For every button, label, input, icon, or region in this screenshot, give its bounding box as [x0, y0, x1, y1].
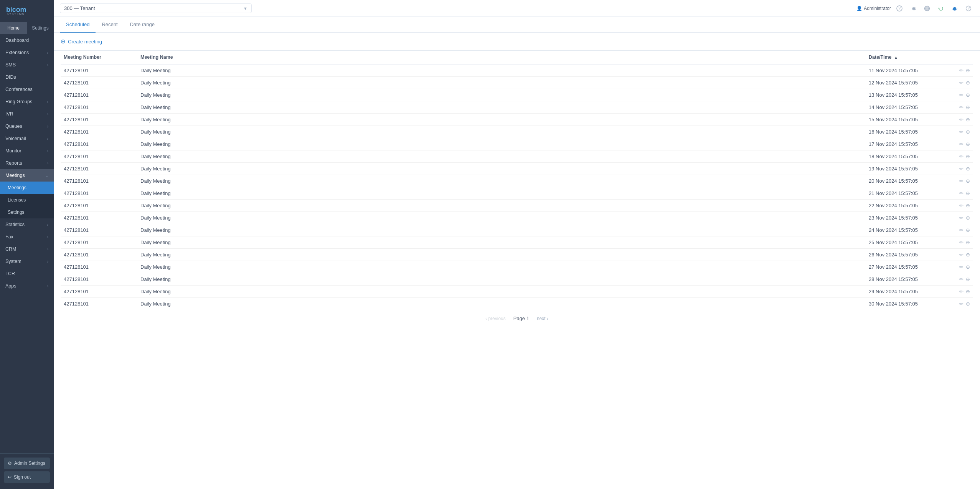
- delete-icon[interactable]: ⊖: [966, 264, 970, 270]
- delete-icon[interactable]: ⊖: [966, 301, 970, 307]
- edit-icon[interactable]: ✏: [959, 80, 964, 86]
- edit-icon[interactable]: ✏: [959, 227, 964, 233]
- pagination: ‹ previous Page 1 next ›: [54, 310, 980, 327]
- delete-icon[interactable]: ⊖: [966, 276, 970, 282]
- create-meeting-button[interactable]: ⊕ Create meeting: [61, 38, 102, 45]
- edit-icon[interactable]: ✏: [959, 276, 964, 282]
- refresh-blue-icon-btn[interactable]: [949, 3, 960, 14]
- sidebar-item-meetings-sub[interactable]: Meetings: [0, 182, 54, 194]
- cell-meeting-name: Daily Meeting: [137, 236, 866, 249]
- sidebar-item-meetings[interactable]: Meetings⌄: [0, 169, 54, 182]
- sidebar-item-extensions[interactable]: Extensions›: [0, 46, 54, 59]
- delete-icon[interactable]: ⊖: [966, 252, 970, 258]
- sidebar-item-monitor[interactable]: Monitor›: [0, 145, 54, 157]
- sidebar-item-system[interactable]: System›: [0, 255, 54, 268]
- delete-icon[interactable]: ⊖: [966, 203, 970, 208]
- sidebar-item-apps[interactable]: Apps›: [0, 280, 54, 292]
- edit-icon[interactable]: ✏: [959, 129, 964, 135]
- admin-settings-button[interactable]: ⚙ Admin Settings: [4, 458, 50, 469]
- sidebar-item-dids[interactable]: DIDs: [0, 71, 54, 83]
- cell-meeting-name: Daily Meeting: [137, 175, 866, 187]
- sidebar-item-statistics[interactable]: Statistics›: [0, 218, 54, 231]
- cell-meeting-number: 427128101: [61, 212, 137, 224]
- edit-icon[interactable]: ✏: [959, 166, 964, 172]
- cell-meeting-number: 427128101: [61, 187, 137, 200]
- col-header-datetime[interactable]: Date/Time ▲: [866, 51, 950, 64]
- tab-scheduled[interactable]: Scheduled: [60, 17, 96, 33]
- pagination-next[interactable]: next ›: [537, 316, 548, 321]
- delete-icon[interactable]: ⊖: [966, 240, 970, 245]
- tenant-selector[interactable]: 300 — Tenant ▼: [60, 3, 252, 13]
- tab-date-range[interactable]: Date range: [124, 17, 161, 33]
- delete-icon[interactable]: ⊖: [966, 104, 970, 110]
- tab-recent[interactable]: Recent: [96, 17, 124, 33]
- edit-icon[interactable]: ✏: [959, 215, 964, 221]
- sidebar-item-queues[interactable]: Queues›: [0, 120, 54, 132]
- delete-icon[interactable]: ⊖: [966, 141, 970, 147]
- delete-icon[interactable]: ⊖: [966, 117, 970, 122]
- table-row: 427128101 Daily Meeting 12 Nov 2024 15:5…: [61, 77, 973, 89]
- delete-icon[interactable]: ⊖: [966, 68, 970, 73]
- edit-icon[interactable]: ✏: [959, 240, 964, 245]
- sidebar-item-ring-groups[interactable]: Ring Groups›: [0, 96, 54, 108]
- cell-meeting-name: Daily Meeting: [137, 200, 866, 212]
- pagination-prev[interactable]: ‹ previous: [485, 316, 506, 321]
- delete-icon[interactable]: ⊖: [966, 190, 970, 196]
- delete-icon[interactable]: ⊖: [966, 154, 970, 159]
- globe-icon-btn[interactable]: [922, 3, 932, 14]
- sign-out-button[interactable]: ↩ Sign out: [4, 471, 50, 483]
- question-icon-btn[interactable]: ?: [963, 3, 974, 14]
- edit-icon[interactable]: ✏: [959, 289, 964, 294]
- delete-icon[interactable]: ⊖: [966, 129, 970, 135]
- sidebar-item-crm[interactable]: CRM›: [0, 243, 54, 255]
- sidebar-item-settings-sub[interactable]: Settings: [0, 206, 54, 218]
- cell-meeting-name: Daily Meeting: [137, 224, 866, 236]
- edit-icon[interactable]: ✏: [959, 252, 964, 258]
- edit-icon[interactable]: ✏: [959, 190, 964, 196]
- sidebar-item-sms[interactable]: SMS›: [0, 59, 54, 71]
- tab-home[interactable]: Home: [0, 22, 27, 34]
- tab-settings[interactable]: Settings: [27, 22, 54, 34]
- delete-icon[interactable]: ⊖: [966, 227, 970, 233]
- cell-actions: ✏ ⊖: [950, 212, 973, 224]
- edit-icon[interactable]: ✏: [959, 117, 964, 122]
- edit-icon[interactable]: ✏: [959, 154, 964, 159]
- sidebar-item-conferences[interactable]: Conferences: [0, 83, 54, 96]
- edit-icon[interactable]: ✏: [959, 264, 964, 270]
- edit-icon[interactable]: ✏: [959, 104, 964, 110]
- sidebar-item-lcr[interactable]: LCR: [0, 268, 54, 280]
- cell-actions: ✏ ⊖: [950, 261, 973, 273]
- admin-settings-icon: ⚙: [8, 461, 12, 466]
- sidebar-item-reports[interactable]: Reports›: [0, 157, 54, 169]
- cell-actions: ✏ ⊖: [950, 187, 973, 200]
- edit-icon[interactable]: ✏: [959, 178, 964, 184]
- edit-icon[interactable]: ✏: [959, 68, 964, 73]
- sidebar-item-fax[interactable]: Fax›: [0, 231, 54, 243]
- delete-icon[interactable]: ⊖: [966, 289, 970, 294]
- table-row: 427128101 Daily Meeting 26 Nov 2024 15:5…: [61, 249, 973, 261]
- delete-icon[interactable]: ⊖: [966, 178, 970, 184]
- refresh-green-icon-btn[interactable]: [935, 3, 946, 14]
- help-icon-btn[interactable]: ?: [894, 3, 905, 14]
- col-header-name[interactable]: Meeting Name: [137, 51, 866, 64]
- cell-actions: ✏ ⊖: [950, 298, 973, 310]
- cell-meeting-number: 427128101: [61, 175, 137, 187]
- edit-icon[interactable]: ✏: [959, 301, 964, 307]
- edit-icon[interactable]: ✏: [959, 203, 964, 208]
- sidebar-item-ivr[interactable]: IVR›: [0, 108, 54, 120]
- delete-icon[interactable]: ⊖: [966, 215, 970, 221]
- delete-icon[interactable]: ⊖: [966, 166, 970, 172]
- sidebar-item-dashboard[interactable]: Dashboard: [0, 34, 54, 46]
- sidebar: bicom SYSTEMS Home Settings Dashboard Ex…: [0, 0, 54, 489]
- sidebar-item-licenses[interactable]: Licenses: [0, 194, 54, 206]
- delete-icon[interactable]: ⊖: [966, 92, 970, 98]
- sidebar-item-voicemail[interactable]: Voicemail›: [0, 132, 54, 145]
- col-header-number[interactable]: Meeting Number: [61, 51, 137, 64]
- cell-datetime: 15 Nov 2024 15:57:05: [866, 114, 950, 126]
- edit-icon[interactable]: ✏: [959, 141, 964, 147]
- edit-icon[interactable]: ✏: [959, 92, 964, 98]
- cell-meeting-name: Daily Meeting: [137, 89, 866, 101]
- meetings-table-container: Meeting Number Meeting Name Date/Time ▲ …: [54, 51, 980, 310]
- gear-icon-btn[interactable]: [908, 3, 919, 14]
- delete-icon[interactable]: ⊖: [966, 80, 970, 86]
